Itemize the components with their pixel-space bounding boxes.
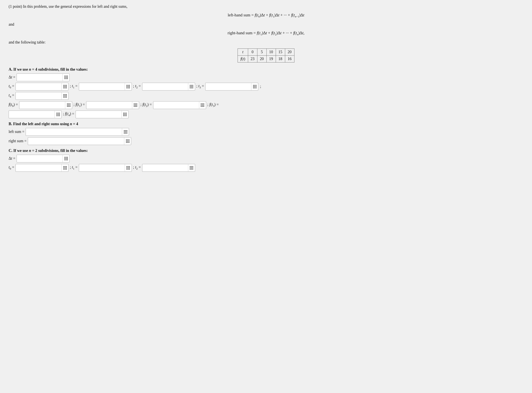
t2-separator-c: ; t2 = [133, 165, 141, 170]
svg-rect-132 [63, 169, 64, 170]
t3-field[interactable] [205, 83, 251, 90]
t1-grid-icon-c[interactable] [125, 164, 132, 172]
svg-rect-75 [201, 105, 202, 106]
t1-separator-c: ; t1 = [70, 165, 78, 170]
svg-rect-51 [63, 97, 64, 98]
table-cell-19: 19 [266, 55, 276, 62]
t2-grid-icon[interactable] [188, 83, 195, 90]
ft1-grid-icon[interactable] [132, 102, 139, 109]
svg-rect-65 [136, 103, 137, 104]
t2-field[interactable] [142, 83, 188, 90]
svg-rect-10 [65, 85, 65, 86]
t0-grid-icon-c[interactable] [61, 164, 68, 172]
delta-t-grid-icon-a[interactable] [63, 74, 69, 81]
svg-rect-102 [124, 131, 125, 132]
delta-t-row-c: Δt = [9, 155, 523, 162]
ft4-grid-icon[interactable] [122, 111, 128, 118]
svg-rect-77 [203, 105, 204, 106]
svg-rect-152 [192, 169, 193, 170]
t3-grid-icon[interactable] [251, 83, 258, 90]
left-sum-field[interactable] [26, 128, 122, 136]
svg-rect-137 [129, 166, 130, 167]
svg-rect-8 [67, 78, 68, 79]
left-sum-input[interactable] [26, 128, 129, 136]
ft0-input[interactable] [19, 101, 72, 109]
left-sum-row: left sum = [9, 128, 523, 136]
svg-rect-58 [68, 105, 69, 106]
svg-rect-146 [192, 166, 193, 167]
t0-input-c[interactable] [15, 164, 68, 172]
svg-rect-130 [65, 167, 65, 168]
delta-t-input-a[interactable] [17, 74, 70, 81]
ft3-grid-icon[interactable] [54, 111, 61, 118]
svg-rect-76 [202, 105, 203, 106]
t0-field-c[interactable] [16, 164, 61, 172]
delta-t-field-a[interactable] [17, 74, 63, 81]
left-sum-grid-icon[interactable] [122, 128, 129, 136]
svg-rect-12 [63, 86, 64, 87]
ft2-grid-icon[interactable] [199, 102, 206, 109]
svg-rect-43 [254, 88, 255, 88]
table-cell-18: 18 [276, 55, 285, 62]
t1-input[interactable] [79, 83, 132, 90]
svg-rect-141 [127, 169, 127, 170]
t2-input-c[interactable] [142, 164, 195, 172]
table-cell-15: 15 [276, 49, 285, 55]
t4-input[interactable] [15, 92, 68, 100]
svg-rect-138 [127, 167, 127, 168]
table-cell-0: 0 [248, 49, 257, 55]
ft0-grid-icon[interactable] [65, 102, 72, 109]
t4-grid-icon[interactable] [61, 92, 68, 99]
right-sum-grid-icon[interactable] [124, 138, 131, 145]
svg-rect-53 [66, 97, 67, 98]
right-sum-field[interactable] [28, 138, 124, 145]
svg-rect-85 [58, 114, 59, 115]
delta-t-input-c[interactable] [17, 155, 70, 162]
t2-grid-icon-c[interactable] [188, 164, 195, 172]
svg-rect-0 [64, 76, 65, 77]
svg-rect-4 [66, 77, 67, 78]
ft2-field[interactable] [153, 102, 199, 109]
svg-rect-114 [126, 142, 127, 143]
t0-field[interactable] [16, 83, 61, 90]
ft2-input[interactable] [153, 101, 206, 109]
t1-grid-icon[interactable] [125, 83, 132, 90]
t2-input[interactable] [142, 83, 195, 90]
t2-field-c[interactable] [142, 164, 188, 172]
delta-t-grid-icon-c[interactable] [63, 155, 69, 162]
svg-rect-121 [66, 158, 67, 159]
ft4-input[interactable] [76, 111, 129, 118]
svg-rect-44 [256, 88, 257, 88]
svg-rect-72 [201, 103, 202, 104]
svg-rect-22 [128, 86, 129, 87]
ft3-field[interactable] [9, 111, 54, 118]
table-cell-5: 5 [257, 49, 266, 55]
ft4-field[interactable] [76, 111, 122, 118]
t4-field[interactable] [16, 92, 61, 99]
svg-rect-89 [59, 115, 60, 116]
t0-t3-row: t0 = ; t1 = ; t2 = ; t3 = ; [9, 83, 523, 90]
delta-t-field-c[interactable] [17, 155, 63, 162]
svg-rect-140 [129, 167, 130, 168]
t0-label-c: t0 = [9, 165, 14, 170]
ft3-input[interactable] [9, 111, 62, 118]
t0-input[interactable] [15, 83, 68, 90]
svg-rect-118 [66, 157, 67, 158]
part-b-label: B. Find the left and right sums using n … [9, 122, 523, 126]
svg-rect-124 [66, 159, 67, 160]
svg-rect-151 [191, 169, 192, 170]
t1-field[interactable] [79, 83, 125, 90]
ft0-field[interactable] [20, 102, 65, 109]
t1-field-c[interactable] [79, 164, 125, 172]
right-sum-input[interactable] [28, 137, 131, 145]
svg-rect-48 [63, 95, 64, 96]
svg-rect-86 [59, 114, 60, 115]
table-cell-ft: f(t) [238, 55, 248, 62]
t0-grid-icon[interactable] [61, 83, 68, 90]
ft1-field[interactable] [86, 102, 132, 109]
t3-input[interactable] [205, 83, 258, 90]
ft0-ft3-row: f(t0) = ; f(t1) = ; f(t2) = ; f(t3) = [9, 101, 523, 109]
svg-rect-3 [64, 77, 65, 78]
ft1-input[interactable] [86, 101, 139, 109]
t1-input-c[interactable] [79, 164, 132, 172]
